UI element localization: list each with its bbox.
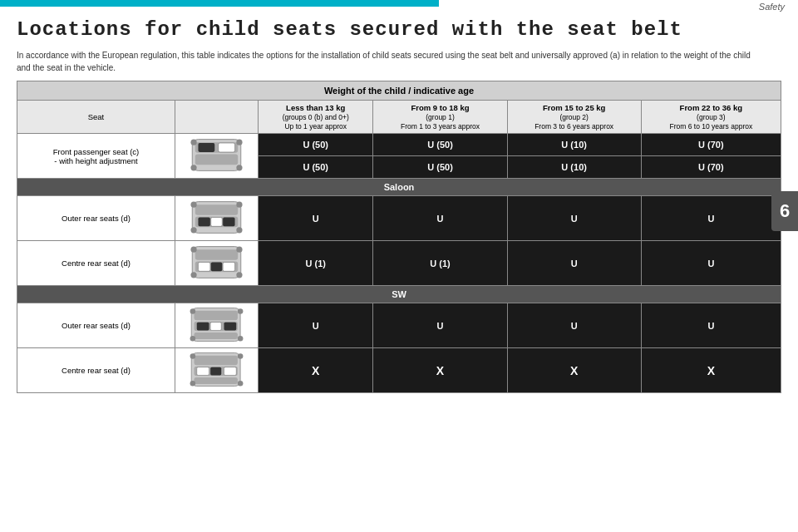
page-title: Locations for child seats secured with t… — [17, 18, 781, 41]
front-row2-col4: U (70) — [641, 134, 781, 156]
sw-outer-col3: U — [507, 303, 641, 348]
svg-rect-20 — [195, 249, 238, 260]
main-table: Weight of the child / indicative age Sea… — [17, 81, 781, 393]
sw-outer-label: Outer rear seats (d) — [17, 303, 175, 348]
col2-sub: (group 1)From 1 to 3 years approx — [401, 113, 480, 131]
sw-outer-row: Outer rear seats (d) — [17, 303, 781, 348]
svg-rect-16 — [198, 218, 209, 227]
svg-point-25 — [236, 272, 242, 278]
svg-point-34 — [238, 308, 244, 314]
chapter-tab: 6 — [771, 191, 798, 231]
svg-rect-28 — [211, 263, 223, 272]
saloon-centre-car-cell — [175, 241, 259, 286]
svg-rect-8 — [219, 143, 235, 152]
saloon-centre-col1: U (1) — [259, 241, 373, 286]
saloon-header-cell: Saloon — [17, 179, 781, 196]
svg-point-46 — [190, 381, 196, 387]
saloon-outer-row: Outer rear seats (d) U — [17, 196, 781, 241]
sw-centre-row: Centre rear seat (d) — [17, 348, 781, 393]
svg-point-12 — [190, 202, 196, 208]
sw-outer-col4: U — [641, 303, 781, 348]
col1-header: Less than 13 kg (groups 0 (b) and 0+)Up … — [259, 101, 373, 134]
saloon-centre-car-diagram — [181, 244, 252, 281]
sw-outer-col2: U — [373, 303, 507, 348]
svg-point-14 — [190, 227, 196, 233]
front-row3-col3: U (10) — [507, 156, 641, 179]
svg-point-15 — [236, 227, 242, 233]
svg-rect-2 — [195, 155, 238, 165]
svg-point-23 — [236, 247, 242, 253]
sw-centre-col3: X — [507, 348, 641, 393]
col4-title: From 22 to 36 kg — [680, 103, 743, 112]
weight-header-row: Weight of the child / indicative age — [17, 81, 781, 101]
svg-rect-50 — [210, 367, 221, 376]
front-title: Front passenger seat (c) — [53, 147, 140, 156]
front-row2-col2: U (50) — [373, 134, 507, 156]
svg-rect-18 — [211, 218, 223, 227]
svg-rect-39 — [210, 323, 221, 331]
page-content: Locations for child seats secured with t… — [0, 7, 798, 400]
sw-centre-car-cell — [175, 348, 259, 393]
saloon-outer-car-diagram — [181, 199, 252, 236]
front-seat-label: Front passenger seat (c) - with height a… — [17, 134, 175, 179]
svg-rect-26 — [198, 263, 209, 272]
col1-sub: (groups 0 (b) and 0+)Up to 1 year approx — [283, 113, 349, 131]
saloon-outer-col3: U — [507, 196, 641, 241]
col3-title: From 15 to 25 kg — [543, 103, 606, 112]
intro-text: In accordance with the European regulati… — [17, 49, 765, 74]
front-row-label: Front passenger seat (c) - with height a… — [17, 134, 781, 156]
sw-header-cell: SW — [17, 286, 781, 303]
svg-rect-30 — [195, 311, 238, 320]
top-bar — [0, 0, 439, 7]
svg-rect-37 — [197, 323, 209, 331]
svg-rect-17 — [223, 218, 234, 227]
col-header-row: Seat Less than 13 kg (groups 0 (b) and 0… — [17, 101, 781, 134]
col3-header: From 15 to 25 kg (group 2)From 3 to 6 ye… — [507, 101, 641, 134]
svg-point-22 — [190, 247, 196, 253]
saloon-centre-col3: U — [507, 241, 641, 286]
svg-point-47 — [238, 381, 244, 387]
car-image-col-header — [175, 101, 259, 134]
svg-rect-41 — [195, 356, 238, 365]
front-row3-col4: U (70) — [641, 156, 781, 179]
svg-point-44 — [190, 353, 196, 359]
svg-rect-43 — [195, 377, 238, 384]
svg-rect-7 — [198, 143, 214, 152]
svg-rect-48 — [197, 367, 209, 376]
sw-centre-label: Centre rear seat (d) — [17, 348, 175, 393]
sw-outer-car-cell — [175, 303, 259, 348]
svg-rect-32 — [195, 332, 238, 339]
sw-centre-col1: X — [259, 348, 373, 393]
col2-title: From 9 to 18 kg — [411, 103, 469, 112]
col4-sub: (group 3)From 6 to 10 years approx — [670, 113, 753, 131]
svg-rect-10 — [195, 204, 238, 215]
sw-centre-col2: X — [373, 348, 507, 393]
col2-header: From 9 to 18 kg (group 1)From 1 to 3 yea… — [373, 101, 507, 134]
saloon-outer-col1: U — [259, 196, 373, 241]
svg-point-13 — [236, 202, 242, 208]
svg-point-24 — [190, 272, 196, 278]
svg-point-45 — [238, 353, 244, 359]
front-row2-label: - with height adjustment — [54, 156, 137, 165]
seat-col-header: Seat — [17, 101, 175, 134]
saloon-centre-col2: U (1) — [373, 241, 507, 286]
front-car-image-cell — [175, 134, 259, 179]
safety-label: Safety — [759, 2, 785, 12]
saloon-outer-col2: U — [373, 196, 507, 241]
front-row2-col1: U (50) — [259, 134, 373, 156]
sw-centre-col4: X — [641, 348, 781, 393]
svg-point-33 — [190, 308, 196, 314]
svg-rect-38 — [224, 323, 237, 331]
svg-point-5 — [190, 165, 196, 170]
col4-header: From 22 to 36 kg (group 3)From 6 to 10 y… — [641, 101, 781, 134]
saloon-centre-label: Centre rear seat (d) — [17, 241, 175, 286]
saloon-centre-col4: U — [641, 241, 781, 286]
front-row3-col1: U (50) — [259, 156, 373, 179]
saloon-header-row: Saloon — [17, 179, 781, 196]
col1-title: Less than 13 kg — [286, 103, 345, 112]
weight-header-cell: Weight of the child / indicative age — [17, 81, 781, 101]
saloon-outer-col4: U — [641, 196, 781, 241]
sw-outer-car-diagram — [181, 306, 252, 343]
col3-sub: (group 2)From 3 to 6 years approx — [534, 113, 613, 131]
svg-point-4 — [236, 140, 242, 145]
